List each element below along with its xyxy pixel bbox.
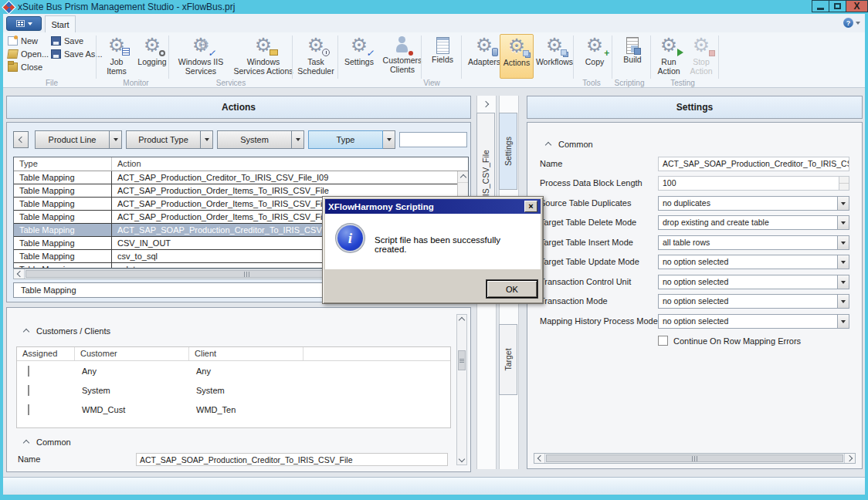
update-mode-select[interactable]: no option selected [658,255,849,269]
open-button[interactable]: Open... [8,47,49,60]
task-scheduler-button[interactable]: Task Scheduler [293,34,338,79]
actions-button-active[interactable]: Actions [500,34,534,79]
logging-button[interactable]: Logging [134,34,170,79]
dialog-title-bar[interactable]: XFlowHarmony Scripting × [325,199,541,214]
maximize-button[interactable] [829,0,846,12]
panel-vertical-scrollbar[interactable] [456,314,467,465]
field-label: Source Table Duplicates [540,198,631,208]
save-as-button[interactable]: Save As... [51,47,103,60]
common-section-header[interactable]: Common [24,438,71,447]
collapse-chevron-icon[interactable] [23,440,29,446]
filter-product-type-dropdown[interactable] [201,130,213,149]
settings-horizontal-scrollbar[interactable] [534,453,856,464]
checkbox[interactable] [658,336,668,346]
build-button[interactable]: Build [615,34,649,79]
adapters-button[interactable]: Adapters [463,34,505,79]
scroll-left-button[interactable] [534,454,545,463]
windows-iis-services-button[interactable]: ✓ Windows IIS Services [171,34,230,79]
job-items-button[interactable]: Job Items [100,34,133,79]
stop-badge-icon [709,50,715,56]
copy-button[interactable]: + Copy [578,34,612,79]
dropdown-button[interactable] [837,197,849,210]
application-menu-button[interactable] [6,16,42,31]
dropdown-button[interactable] [837,315,849,328]
filter-product-type-button[interactable]: Product Type [126,130,201,149]
scroll-up-button[interactable] [458,171,468,183]
dropdown-button[interactable] [837,216,849,229]
block-length-input[interactable]: 100 [658,176,849,191]
source-duplicates-select[interactable]: no duplicates [658,196,849,211]
customers-clients-button[interactable]: Customers Clients [380,34,425,79]
delete-mode-select[interactable]: drop existing and create table [658,215,849,230]
customer-row[interactable]: WMD_Cust WMD_Ten [17,400,450,419]
insert-mode-select[interactable]: all table rows [658,235,849,250]
dropdown-button[interactable] [837,295,849,308]
settings-row-source-duplicates: Source Table Duplicates no duplicates [527,196,862,211]
name-input[interactable]: ACT_SAP_SOAP_Production_Creditor_To_IRIS… [658,157,849,171]
customers-header-row[interactable]: Assigned Customer Client [17,347,450,361]
grid-header-row[interactable]: Type Action [14,157,468,171]
ok-button[interactable]: OK [487,280,537,298]
column-header-customer[interactable]: Customer [75,347,189,360]
dropdown-button[interactable] [837,255,849,269]
settings-button[interactable]: ✓ Settings [340,34,378,79]
column-header-action[interactable]: Action [112,157,468,171]
chevron-down-icon[interactable] [459,456,465,462]
column-header-type[interactable]: Type [14,157,112,171]
assigned-checkbox[interactable] [28,385,29,396]
filter-search-input[interactable] [399,132,467,147]
customer-row[interactable]: Any Any [17,361,450,380]
field-value: no option selected [663,296,728,306]
tab-start[interactable]: Start [45,15,76,32]
close-button[interactable]: X [846,0,868,12]
collapse-chevron-icon[interactable] [545,142,551,148]
title-bar[interactable]: xSuite Bus Prism Management Studio - xFl… [0,0,868,14]
dropdown-button[interactable] [837,275,849,289]
scroll-right-button[interactable] [844,454,855,463]
minimize-button[interactable] [812,0,829,12]
dialog-body: i Script file has been successfully crea… [325,214,541,271]
transaction-mode-select[interactable]: no option selected [658,294,849,309]
chevron-up-icon[interactable] [459,317,465,323]
scrollbar-thumb[interactable] [458,350,466,370]
name-field[interactable]: ACT_SAP_SOAP_Production_Creditor_To_IRIS… [136,453,448,466]
scroll-left-button[interactable] [14,269,25,279]
spinner-control[interactable] [839,177,849,190]
column-header-assigned[interactable]: Assigned [17,347,75,360]
new-button[interactable]: New [8,34,49,47]
close-project-button[interactable]: Close [8,60,49,73]
expand-panel-button[interactable] [480,99,493,110]
scrollbar-thumb[interactable] [546,454,843,462]
filter-product-line-dropdown[interactable] [110,130,122,149]
filter-product-line-button[interactable]: Product Line [35,130,110,149]
common-section-header[interactable]: Common [546,140,593,149]
assigned-checkbox[interactable] [28,366,29,377]
save-button[interactable]: Save [51,34,103,47]
windows-services-actions-button[interactable]: Windows Services Actions [232,34,295,79]
workflows-button[interactable]: Workflows [533,34,576,79]
tab-target-vertical[interactable]: Target [499,324,517,395]
field-value: all table rows [663,238,710,247]
mapping-history-select[interactable]: no option selected [658,314,849,329]
collapse-chevron-icon[interactable] [23,329,29,335]
button-label: Run Action [653,57,685,76]
customers-clients-section-header[interactable]: Customers / Clients [24,326,110,336]
fields-button[interactable]: Fields [424,34,461,79]
table-row[interactable]: Table MappingACT_SAP_Production_Creditor… [14,171,457,184]
filter-system-dropdown[interactable] [292,130,304,149]
dialog-close-button[interactable]: × [524,201,537,212]
filter-system-button[interactable]: System [217,130,292,149]
column-header-client[interactable]: Client [189,347,303,360]
transaction-control-select[interactable]: no option selected [658,275,849,289]
filter-back-button[interactable] [13,131,29,148]
dropdown-button[interactable] [837,236,849,249]
customer-row[interactable]: System System [17,380,450,400]
assigned-checkbox[interactable] [28,404,29,415]
continue-on-errors-checkbox-row[interactable]: Continue On Row Mapping Errors [658,336,801,346]
help-icon[interactable]: ? [843,18,853,28]
run-action-button[interactable]: Run Action [653,34,685,79]
filter-type-dropdown[interactable] [383,130,395,149]
filter-type-button-active[interactable]: Type [308,130,383,149]
tab-settings-vertical[interactable]: Settings [499,113,517,190]
chevron-down-icon[interactable] [856,22,860,25]
